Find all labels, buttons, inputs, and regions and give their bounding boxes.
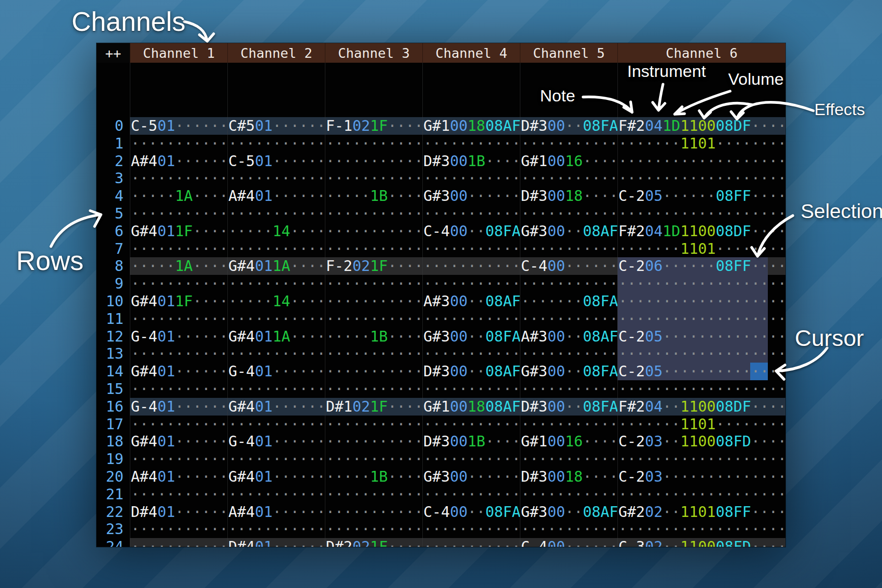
pattern-cell[interactable]: ···········: [325, 293, 422, 310]
pattern-cell[interactable]: C-205··············: [617, 328, 785, 345]
pattern-cell[interactable]: C-400······: [520, 257, 617, 275]
pattern-cell[interactable]: ···········: [422, 170, 520, 187]
pattern-corner-button[interactable]: ++: [97, 43, 130, 63]
pattern-cell[interactable]: ·····1B····: [325, 328, 422, 345]
pattern-cell[interactable]: ···········: [520, 520, 617, 538]
pattern-cell[interactable]: ···········: [130, 170, 227, 187]
pattern-cell[interactable]: G#401······: [227, 468, 325, 486]
pattern-cell[interactable]: ···········: [422, 275, 520, 293]
pattern-cell[interactable]: ···················: [617, 380, 785, 398]
pattern-cell[interactable]: G#300······: [422, 468, 520, 486]
pattern-cell[interactable]: C-501······: [227, 152, 325, 170]
pattern-cell[interactable]: ···········: [227, 450, 325, 468]
pattern-cell[interactable]: G#4011A····: [227, 328, 325, 345]
pattern-cell[interactable]: ···········: [325, 240, 422, 258]
pattern-cell[interactable]: ···················: [617, 520, 785, 538]
pattern-cell[interactable]: ···········: [520, 450, 617, 468]
pattern-cell[interactable]: G#401······: [227, 398, 325, 416]
pattern-cell[interactable]: F#204··110008DF····: [617, 398, 785, 416]
pattern-cell[interactable]: D#300··08AF: [422, 363, 520, 380]
pattern-cell[interactable]: ·····1B····: [325, 187, 422, 205]
pattern-cell[interactable]: ···········: [227, 345, 325, 363]
pattern-cell[interactable]: G#1001808AF: [422, 398, 520, 416]
pattern-cell[interactable]: ·····14····: [227, 222, 325, 240]
pattern-cell[interactable]: G-401······: [130, 328, 227, 345]
pattern-cell[interactable]: ···········: [520, 205, 617, 222]
pattern-cell[interactable]: ···········: [325, 486, 422, 503]
channel-header[interactable]: Channel 6: [617, 43, 785, 63]
pattern-cell[interactable]: ···········: [422, 450, 520, 468]
pattern-cell[interactable]: ···········: [130, 345, 227, 363]
pattern-cell[interactable]: ···········: [227, 520, 325, 538]
pattern-cell[interactable]: ···········: [130, 135, 227, 152]
pattern-cell[interactable]: ···········: [227, 416, 325, 433]
pattern-cell[interactable]: ···········: [325, 380, 422, 398]
pattern-cell[interactable]: ·····14····: [227, 293, 325, 310]
pattern-cell[interactable]: G#401······: [130, 363, 227, 380]
pattern-cell[interactable]: ···········: [130, 416, 227, 433]
pattern-cell[interactable]: F-1021F····: [325, 117, 422, 135]
pattern-cell[interactable]: ···········: [325, 433, 422, 450]
channel-header[interactable]: Channel 5: [520, 43, 617, 63]
pattern-cell[interactable]: ···········: [520, 275, 617, 293]
pattern-cell[interactable]: G-401······: [227, 363, 325, 380]
pattern-cell[interactable]: ···········: [325, 345, 422, 363]
pattern-cell[interactable]: ···········: [422, 538, 520, 547]
pattern-cell[interactable]: A#401······: [227, 503, 325, 521]
pattern-cell[interactable]: C-206······08FF····: [617, 257, 785, 275]
pattern-cell[interactable]: C-205······08FF····: [617, 187, 785, 205]
pattern-cell[interactable]: ···········: [520, 135, 617, 152]
pattern-cell[interactable]: F-2021F····: [325, 257, 422, 275]
pattern-cell[interactable]: G#4011F····: [130, 293, 227, 310]
pattern-cell[interactable]: ···········: [227, 135, 325, 152]
pattern-cell[interactable]: ···········: [227, 240, 325, 258]
pattern-cell[interactable]: ···········: [422, 257, 520, 275]
pattern-cell[interactable]: ···········: [227, 310, 325, 328]
pattern-cell[interactable]: ···········: [325, 416, 422, 433]
pattern-cell[interactable]: ···········: [130, 205, 227, 222]
pattern-cell[interactable]: G#10016····: [520, 433, 617, 450]
pattern-cell[interactable]: A#401······: [130, 152, 227, 170]
pattern-cell[interactable]: G#300··08FA: [422, 328, 520, 345]
pattern-cell[interactable]: ···········: [130, 310, 227, 328]
pattern-cell[interactable]: G-401······: [227, 433, 325, 450]
pattern-cell[interactable]: ·····1A····: [130, 187, 227, 205]
pattern-cell[interactable]: C-203··············: [617, 468, 785, 486]
pattern-cell[interactable]: G#4011A····: [227, 257, 325, 275]
pattern-cell[interactable]: ···················: [617, 205, 785, 222]
pattern-cell[interactable]: ·······1101········: [617, 240, 785, 258]
pattern-cell[interactable]: C-400······: [520, 538, 617, 547]
pattern-cell[interactable]: F#2041D110008DF····: [617, 117, 785, 135]
pattern-cell[interactable]: ···········: [130, 520, 227, 538]
pattern-cell[interactable]: ···········: [130, 275, 227, 293]
pattern-cell[interactable]: ···········: [325, 205, 422, 222]
pattern-cell[interactable]: D#300··08FA: [520, 398, 617, 416]
channel-header[interactable]: Channel 4: [422, 43, 520, 63]
pattern-cell[interactable]: ·······1101········: [617, 416, 785, 433]
pattern-cell[interactable]: C#501······: [227, 117, 325, 135]
pattern-cell[interactable]: ···········: [325, 152, 422, 170]
pattern-cell[interactable]: ···········: [422, 520, 520, 538]
pattern-cell[interactable]: G#401······: [130, 433, 227, 450]
pattern-cell[interactable]: ···········: [130, 380, 227, 398]
pattern-cell[interactable]: G-401······: [130, 398, 227, 416]
pattern-cell[interactable]: ···········: [520, 486, 617, 503]
pattern-cell[interactable]: ···········: [325, 503, 422, 521]
pattern-cell[interactable]: ···········: [325, 310, 422, 328]
pattern-cell[interactable]: ···········: [130, 450, 227, 468]
pattern-cell[interactable]: ·······1101········: [617, 135, 785, 152]
pattern-cell[interactable]: ···········: [520, 310, 617, 328]
pattern-cell[interactable]: C-501······: [130, 117, 227, 135]
pattern-cell[interactable]: D#1021F····: [325, 398, 422, 416]
pattern-cell[interactable]: D#30018····: [520, 187, 617, 205]
pattern-cell[interactable]: ···········: [520, 416, 617, 433]
pattern-cell[interactable]: ···········: [227, 275, 325, 293]
pattern-cell[interactable]: ···········: [422, 205, 520, 222]
pattern-cell[interactable]: A#300··08AF: [520, 328, 617, 345]
pattern-cell[interactable]: G#300······: [422, 187, 520, 205]
pattern-cell[interactable]: G#10016····: [520, 152, 617, 170]
pattern-cell[interactable]: ···················: [617, 275, 785, 293]
pattern-cell[interactable]: ···········: [520, 380, 617, 398]
pattern-cell[interactable]: A#401······: [130, 468, 227, 486]
pattern-cell[interactable]: C-205··············: [617, 363, 785, 380]
